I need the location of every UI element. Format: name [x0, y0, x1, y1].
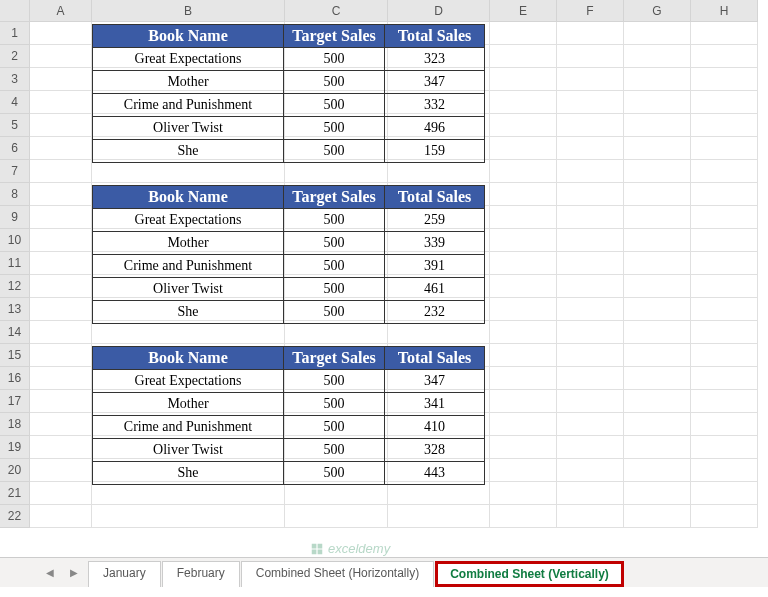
cell-G8[interactable] [624, 183, 691, 206]
cell-F20[interactable] [557, 459, 624, 482]
row-header-19[interactable]: 19 [0, 436, 30, 459]
cell-A21[interactable] [30, 482, 92, 505]
cell-F8[interactable] [557, 183, 624, 206]
cell-H14[interactable] [691, 321, 758, 344]
cell-G6[interactable] [624, 137, 691, 160]
cell-G4[interactable] [624, 91, 691, 114]
col-header-C[interactable]: C [285, 0, 388, 22]
table-cell[interactable]: Mother [93, 393, 284, 416]
row-header-18[interactable]: 18 [0, 413, 30, 436]
table-cell[interactable]: 500 [284, 462, 385, 485]
cell-H1[interactable] [691, 22, 758, 45]
cell-H11[interactable] [691, 252, 758, 275]
cell-E7[interactable] [490, 160, 557, 183]
cell-H7[interactable] [691, 160, 758, 183]
cell-G13[interactable] [624, 298, 691, 321]
table-cell[interactable]: 500 [284, 301, 385, 324]
row-header-17[interactable]: 17 [0, 390, 30, 413]
cell-G10[interactable] [624, 229, 691, 252]
cell-A14[interactable] [30, 321, 92, 344]
row-header-7[interactable]: 7 [0, 160, 30, 183]
sheet-tab[interactable]: February [162, 561, 240, 587]
row-header-9[interactable]: 9 [0, 206, 30, 229]
cell-F1[interactable] [557, 22, 624, 45]
table-cell[interactable]: 461 [385, 278, 485, 301]
col-header-H[interactable]: H [691, 0, 758, 22]
cell-H17[interactable] [691, 390, 758, 413]
table-cell[interactable]: 496 [385, 117, 485, 140]
table-cell[interactable]: 500 [284, 140, 385, 163]
cell-C22[interactable] [285, 505, 388, 528]
cell-D21[interactable] [388, 482, 490, 505]
row-header-22[interactable]: 22 [0, 505, 30, 528]
row-header-16[interactable]: 16 [0, 367, 30, 390]
cell-A16[interactable] [30, 367, 92, 390]
table-cell[interactable]: 159 [385, 140, 485, 163]
table-cell[interactable]: Crime and Punishment [93, 94, 284, 117]
table-cell[interactable]: Oliver Twist [93, 278, 284, 301]
cell-A15[interactable] [30, 344, 92, 367]
cell-F14[interactable] [557, 321, 624, 344]
row-header-4[interactable]: 4 [0, 91, 30, 114]
cell-E8[interactable] [490, 183, 557, 206]
cell-E4[interactable] [490, 91, 557, 114]
cell-A19[interactable] [30, 436, 92, 459]
cell-H16[interactable] [691, 367, 758, 390]
cell-E10[interactable] [490, 229, 557, 252]
cell-H18[interactable] [691, 413, 758, 436]
cell-H21[interactable] [691, 482, 758, 505]
table-cell[interactable]: She [93, 301, 284, 324]
cell-F3[interactable] [557, 68, 624, 91]
cell-F22[interactable] [557, 505, 624, 528]
table-header[interactable]: Target Sales [284, 347, 385, 370]
cell-E22[interactable] [490, 505, 557, 528]
cell-F12[interactable] [557, 275, 624, 298]
table-cell[interactable]: She [93, 140, 284, 163]
cell-A10[interactable] [30, 229, 92, 252]
table-cell[interactable]: 500 [284, 117, 385, 140]
cell-A7[interactable] [30, 160, 92, 183]
cell-A8[interactable] [30, 183, 92, 206]
cell-D7[interactable] [388, 160, 490, 183]
cell-E14[interactable] [490, 321, 557, 344]
cell-E21[interactable] [490, 482, 557, 505]
row-header-10[interactable]: 10 [0, 229, 30, 252]
tab-nav-next-icon[interactable]: ▶ [64, 563, 84, 583]
table-cell[interactable]: She [93, 462, 284, 485]
cell-A18[interactable] [30, 413, 92, 436]
cell-H22[interactable] [691, 505, 758, 528]
cell-G3[interactable] [624, 68, 691, 91]
table-cell[interactable]: 500 [284, 94, 385, 117]
cell-H12[interactable] [691, 275, 758, 298]
row-header-15[interactable]: 15 [0, 344, 30, 367]
table-header[interactable]: Book Name [93, 25, 284, 48]
row-header-8[interactable]: 8 [0, 183, 30, 206]
table-cell[interactable]: 259 [385, 209, 485, 232]
cell-F17[interactable] [557, 390, 624, 413]
cell-G22[interactable] [624, 505, 691, 528]
cell-C21[interactable] [285, 482, 388, 505]
col-header-G[interactable]: G [624, 0, 691, 22]
cell-A17[interactable] [30, 390, 92, 413]
row-header-20[interactable]: 20 [0, 459, 30, 482]
table-header[interactable]: Total Sales [385, 25, 485, 48]
table-cell[interactable]: Great Expectations [93, 209, 284, 232]
table-cell[interactable]: 339 [385, 232, 485, 255]
cell-F21[interactable] [557, 482, 624, 505]
cell-F19[interactable] [557, 436, 624, 459]
cell-F16[interactable] [557, 367, 624, 390]
cell-F15[interactable] [557, 344, 624, 367]
row-header-5[interactable]: 5 [0, 114, 30, 137]
cell-A11[interactable] [30, 252, 92, 275]
cell-G16[interactable] [624, 367, 691, 390]
cell-A4[interactable] [30, 91, 92, 114]
cell-H2[interactable] [691, 45, 758, 68]
cell-D22[interactable] [388, 505, 490, 528]
cell-A13[interactable] [30, 298, 92, 321]
cell-E15[interactable] [490, 344, 557, 367]
table-header[interactable]: Target Sales [284, 25, 385, 48]
cell-G17[interactable] [624, 390, 691, 413]
cell-H9[interactable] [691, 206, 758, 229]
cell-A3[interactable] [30, 68, 92, 91]
row-header-2[interactable]: 2 [0, 45, 30, 68]
